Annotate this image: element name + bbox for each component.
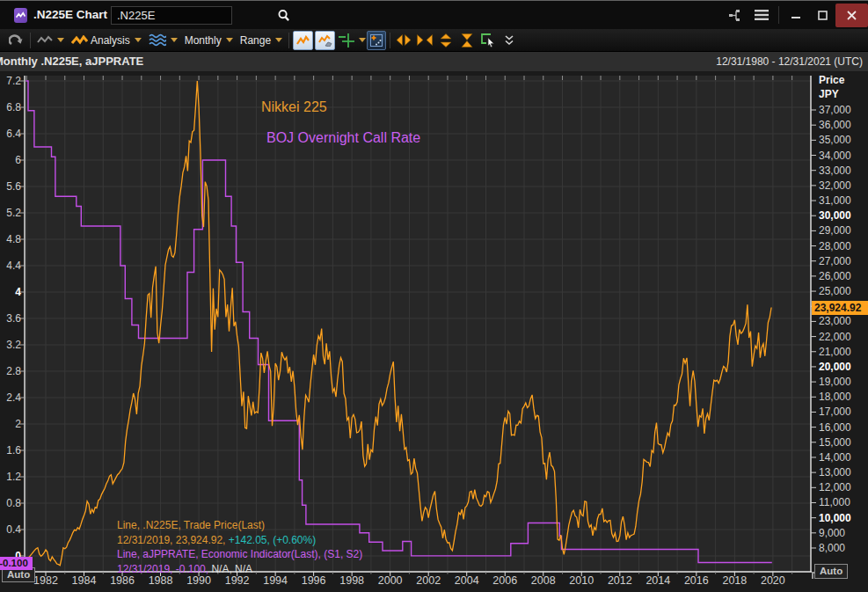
symbol-search-input[interactable] (112, 9, 277, 22)
left-axis-auto-button[interactable]: Auto (2, 567, 35, 582)
x-axis-year-label: 1986 (103, 574, 142, 587)
menu-icon[interactable] (748, 4, 775, 26)
zoom-select-button[interactable] (479, 32, 497, 49)
left-axis-tick-label: 2.4 (0, 391, 21, 404)
price-chart-plot[interactable] (0, 1, 868, 592)
right-axis-title: Price JPY (819, 73, 844, 101)
x-axis-year-label: 1984 (65, 574, 104, 587)
chart-edit-button[interactable] (315, 31, 335, 50)
legend-text: N/A, N/A (211, 563, 252, 575)
left-axis-tick-label: 3.6 (0, 312, 21, 325)
left-axis-tick-label: 1.6 (0, 444, 21, 457)
annotation-nikkei[interactable]: Nikkei 225 (261, 99, 327, 115)
right-axis-tick-label: 19,000 (819, 376, 851, 388)
expand-horizontal-button[interactable] (395, 32, 412, 49)
right-axis-tick-label: 9,000 (819, 527, 845, 539)
right-axis-tick-label: 21,000 (819, 346, 851, 358)
chart-title: Monthly .N225E, aJPPRATE (0, 55, 143, 68)
left-axis-tick-label: 6.8 (0, 101, 21, 113)
right-axis-tick-label: 26,000 (819, 270, 851, 282)
left-axis-tick-label: 4.4 (0, 259, 21, 272)
legend-row: Line, .N225E, Trade Price(Last) (117, 518, 362, 533)
right-axis-tick-label: 28,000 (819, 240, 851, 252)
x-axis-year-label: 2018 (715, 574, 754, 587)
left-axis-tick-label: 0.8 (0, 497, 21, 509)
left-axis-tick-label: 6 (0, 154, 21, 166)
more-tools-chevron[interactable] (500, 32, 518, 49)
right-axis-tick-label: 12,000 (819, 481, 851, 493)
link-channel-icon[interactable] (722, 4, 748, 26)
x-axis-year-label: 2002 (409, 574, 448, 587)
right-axis-tick-label: 31,000 (819, 194, 851, 207)
right-axis-tick-label: 14,000 (819, 451, 851, 464)
analysis-button[interactable]: Analysis (68, 31, 145, 50)
last-rate-badge: -0.100 (0, 557, 33, 570)
close-button[interactable] (835, 4, 868, 27)
search-icon[interactable] (277, 9, 290, 22)
range-dropdown[interactable]: Range (237, 31, 286, 50)
interval-label: Monthly (185, 34, 222, 47)
right-axis-tick-label: 22,000 (819, 331, 851, 343)
range-label: Range (240, 34, 271, 47)
price-axis-currency: JPY (819, 87, 844, 101)
app-chart-icon (14, 8, 27, 23)
right-axis-tick-label: 16,000 (819, 421, 851, 434)
x-axis-year-label: 2014 (638, 574, 677, 587)
legend-text: Line, aJPPRATE, Economic Indicator(Last)… (117, 548, 362, 560)
minimize-button[interactable] (783, 4, 809, 26)
expand-vertical-button[interactable] (437, 32, 455, 49)
x-axis-year-label: 2012 (601, 574, 639, 587)
redo-icon[interactable] (5, 31, 27, 50)
window-title: .N225E Chart (33, 8, 107, 21)
legend-text: 12/31/2019, -0.100, (117, 563, 211, 575)
chart-date-range: 12/31/1980 - 12/31/2021 (UTC) (716, 55, 863, 68)
wave-analysis-button[interactable] (145, 31, 181, 50)
crosshair-levels-button[interactable] (338, 32, 355, 49)
left-axis-tick-label: 4 (0, 286, 21, 298)
x-axis-year-label: 1998 (332, 574, 371, 587)
legend-text: Line, .N225E, Trade Price(Last) (117, 519, 265, 531)
legend-text: +142.05, (+0.60%) (229, 534, 316, 546)
right-axis-tick-label: 32,000 (819, 179, 851, 192)
legend-text: 12/31/2019, 23,924.92, (117, 534, 229, 546)
right-axis-tick-label: 27,000 (819, 255, 851, 267)
symbol-search-box[interactable] (111, 6, 232, 25)
compress-horizontal-button[interactable] (416, 32, 434, 49)
maximize-button[interactable] (809, 4, 835, 26)
right-axis-tick-label: 25,000 (819, 285, 851, 297)
annotation-boj[interactable]: BOJ Overnight Call Rate (266, 130, 420, 146)
x-axis-year-label: 1992 (218, 574, 257, 587)
add-chart-button[interactable] (367, 31, 386, 50)
x-axis-year-label: 1994 (256, 574, 295, 587)
legend-row: 12/31/2019, 23,924.92, +142.05, (+0.60%) (117, 533, 362, 548)
right-axis-tick-label: 13,000 (819, 466, 851, 479)
right-axis-tick-label: 37,000 (819, 104, 851, 116)
chevron-down-icon (275, 38, 282, 42)
legend-row: Line, aJPPRATE, Economic Indicator(Last)… (117, 547, 362, 562)
line-style-button[interactable] (33, 31, 68, 50)
interval-dropdown[interactable]: Monthly (181, 31, 237, 50)
left-axis-tick-label: 6.4 (0, 128, 21, 140)
left-axis-tick-label: 2 (0, 418, 21, 430)
right-axis-tick-label: 18,000 (819, 391, 851, 403)
right-axis-tick-label: 11,000 (819, 496, 850, 508)
left-axis-tick-label: 2.8 (0, 365, 21, 377)
left-axis-tick-label: 1.2 (0, 471, 21, 483)
right-axis-tick-label: 8,000 (819, 542, 845, 554)
right-axis-tick-label: 36,000 (819, 119, 851, 131)
right-axis-auto-button[interactable]: Auto (814, 564, 848, 579)
toolbar-divider (30, 33, 31, 48)
x-axis-year-label: 2008 (524, 574, 563, 587)
left-axis-tick-label: 5.6 (0, 180, 21, 193)
chart-type-button[interactable] (293, 31, 313, 50)
chevron-down-icon (135, 38, 142, 42)
x-axis-year-label: 2020 (754, 574, 792, 587)
left-axis-tick-label: 3.2 (0, 339, 21, 351)
x-axis-year-label: 2004 (448, 574, 486, 587)
x-axis-year-label: 1988 (142, 574, 180, 587)
titlebar-divider (778, 6, 779, 24)
right-axis-tick-label: 33,000 (819, 164, 851, 177)
compress-vertical-button[interactable] (458, 32, 476, 49)
chevron-down-icon (57, 38, 64, 42)
right-axis-tick-label: 10,000 (819, 512, 851, 524)
